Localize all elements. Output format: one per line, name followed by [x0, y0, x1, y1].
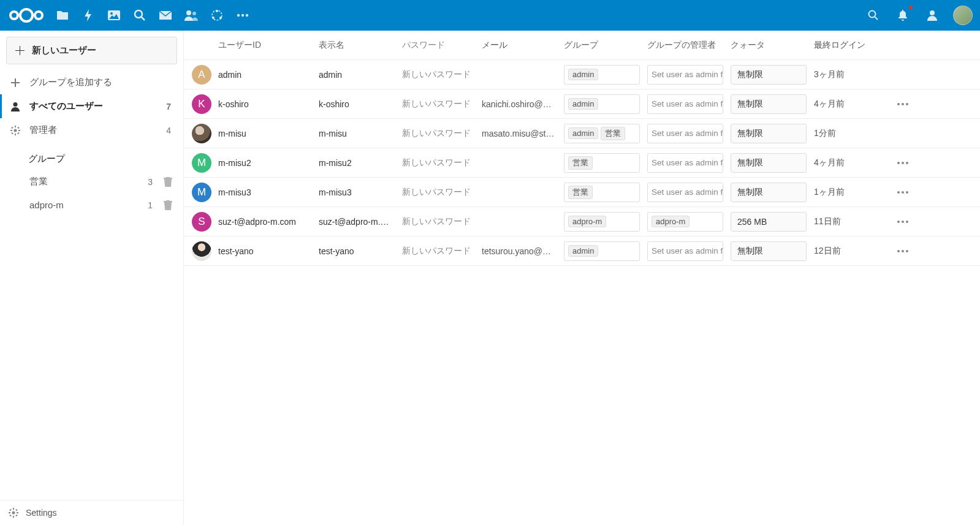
- row-actions-icon[interactable]: [897, 102, 909, 106]
- add-group-button[interactable]: グループを追加する: [0, 70, 183, 94]
- cell-last-login: 1ヶ月前: [814, 187, 887, 198]
- more-apps-icon[interactable]: [234, 7, 251, 24]
- group-admin-input[interactable]: adpro-m: [647, 212, 723, 232]
- contacts-icon[interactable]: [183, 7, 200, 24]
- cell-displayname[interactable]: m-misu2: [319, 158, 402, 168]
- cell-userid[interactable]: test-yano: [216, 246, 319, 256]
- sidebar-item-admins[interactable]: 管理者 4: [0, 118, 183, 142]
- quota-select[interactable]: 無制限: [731, 65, 807, 85]
- cell-password[interactable]: 新しいパスワード: [402, 99, 482, 110]
- cell-userid[interactable]: m-misu3: [216, 187, 319, 197]
- table-header-row: ユーザーID 表示名 パスワード メール グループ グループの管理者 クォータ …: [184, 31, 980, 60]
- svg-line-18: [875, 17, 878, 20]
- search-icon[interactable]: [865, 7, 882, 24]
- svg-point-43: [902, 162, 904, 164]
- mail-icon[interactable]: [157, 7, 174, 24]
- new-user-button[interactable]: 新しいユーザー: [6, 37, 177, 64]
- files-icon[interactable]: [54, 7, 71, 24]
- cell-displayname[interactable]: test-yano: [319, 246, 402, 256]
- cell-userid[interactable]: suz-t@adpro-m.com: [216, 217, 319, 227]
- row-actions-icon[interactable]: [897, 161, 909, 165]
- sidebar-group-item[interactable]: 営業3: [0, 170, 183, 194]
- cell-displayname[interactable]: k-oshiro: [319, 99, 402, 109]
- group-chip: admin: [568, 98, 598, 110]
- table-row: Kk-oshirok-oshiro新しいパスワードkanichi.oshiro@…: [184, 89, 980, 119]
- quota-select[interactable]: 無制限: [731, 183, 807, 202]
- settings-button[interactable]: Settings: [0, 500, 183, 525]
- search-app-icon[interactable]: [131, 7, 148, 24]
- sidebar-item-all-users[interactable]: すべてのユーザー 7: [0, 94, 183, 118]
- trash-icon[interactable]: [164, 200, 175, 210]
- svg-point-51: [897, 250, 900, 252]
- header-display: 表示名: [319, 40, 402, 51]
- groups-input[interactable]: admin: [564, 94, 640, 114]
- group-admin-input[interactable]: Set user as admin fo: [647, 241, 723, 261]
- cell-displayname[interactable]: m-misu3: [319, 187, 402, 197]
- groups-input[interactable]: adpro-m: [564, 212, 640, 232]
- cell-password[interactable]: 新しいパスワード: [402, 128, 482, 139]
- cell-email[interactable]: kanichi.oshiro@…: [482, 99, 564, 109]
- groups-input[interactable]: admin営業: [564, 124, 640, 143]
- svg-rect-24: [10, 130, 12, 131]
- notifications-icon[interactable]: [894, 7, 911, 24]
- quota-select[interactable]: 無制限: [731, 124, 807, 143]
- row-actions-icon[interactable]: [897, 191, 909, 194]
- cell-email[interactable]: masato.misu@st…: [482, 129, 564, 138]
- group-count: 3: [148, 177, 153, 187]
- groups-input[interactable]: 営業: [564, 153, 640, 173]
- svg-point-2: [35, 12, 42, 19]
- sidebar-group-item[interactable]: adpro-m1: [0, 194, 183, 216]
- group-admin-input[interactable]: Set user as admin fo: [647, 183, 723, 202]
- svg-point-41: [906, 103, 908, 105]
- add-group-label: グループを追加する: [29, 77, 175, 88]
- svg-point-8: [186, 10, 191, 15]
- cell-userid[interactable]: admin: [216, 70, 319, 80]
- header-right: [865, 6, 973, 25]
- groups-input[interactable]: admin: [564, 241, 640, 261]
- cell-email[interactable]: tetsurou.yano@…: [482, 246, 564, 256]
- svg-rect-35: [9, 509, 12, 512]
- group-admin-input[interactable]: Set user as admin fo: [647, 65, 723, 85]
- groups-section-header: グループ: [0, 142, 183, 170]
- quota-select[interactable]: 無制限: [731, 94, 807, 114]
- gallery-icon[interactable]: [105, 7, 123, 24]
- nextcloud-logo[interactable]: [7, 5, 45, 26]
- user-avatar: [192, 124, 211, 143]
- circles-icon[interactable]: [208, 7, 226, 24]
- cell-userid[interactable]: m-misu: [216, 129, 319, 138]
- cell-displayname[interactable]: m-misu: [319, 129, 402, 138]
- plus-icon: [9, 78, 22, 87]
- cell-last-login: 3ヶ月前: [814, 69, 887, 80]
- quota-select[interactable]: 無制限: [731, 241, 807, 261]
- group-admin-input[interactable]: Set user as admin fo: [647, 94, 723, 114]
- group-name: adpro-m: [29, 200, 140, 210]
- quota-select[interactable]: 256 MB: [731, 212, 807, 232]
- cell-displayname[interactable]: admin: [319, 70, 402, 80]
- table-row: test-yanotest-yano新しいパスワードtetsurou.yano@…: [184, 236, 980, 266]
- cell-password[interactable]: 新しいパスワード: [402, 69, 482, 80]
- trash-icon[interactable]: [164, 177, 175, 187]
- quota-select[interactable]: 無制限: [731, 153, 807, 173]
- cell-password[interactable]: 新しいパスワード: [402, 187, 482, 198]
- users-header-icon[interactable]: [924, 7, 941, 24]
- row-actions-icon[interactable]: [897, 249, 909, 253]
- groups-input[interactable]: 営業: [564, 183, 640, 202]
- group-admin-input[interactable]: Set user as admin fo: [647, 153, 723, 173]
- svg-point-20: [13, 102, 18, 107]
- group-chip: admin: [568, 69, 598, 80]
- cell-password[interactable]: 新しいパスワード: [402, 216, 482, 227]
- cell-displayname[interactable]: suz-t@adpro-m.…: [319, 217, 402, 227]
- groups-input[interactable]: admin: [564, 65, 640, 85]
- all-users-count: 7: [166, 102, 171, 111]
- cell-userid[interactable]: m-misu2: [216, 158, 319, 168]
- cell-userid[interactable]: k-oshiro: [216, 99, 319, 109]
- user-menu-avatar[interactable]: [953, 6, 973, 25]
- table-row: Aadminadmin新しいパスワードadminSet user as admi…: [184, 60, 980, 89]
- svg-rect-33: [9, 512, 10, 513]
- activity-icon[interactable]: [80, 7, 97, 24]
- cell-password[interactable]: 新しいパスワード: [402, 246, 482, 257]
- group-admin-input[interactable]: Set user as admin fo: [647, 124, 723, 143]
- plus-icon: [15, 46, 25, 55]
- cell-password[interactable]: 新しいパスワード: [402, 157, 482, 168]
- row-actions-icon[interactable]: [897, 220, 909, 224]
